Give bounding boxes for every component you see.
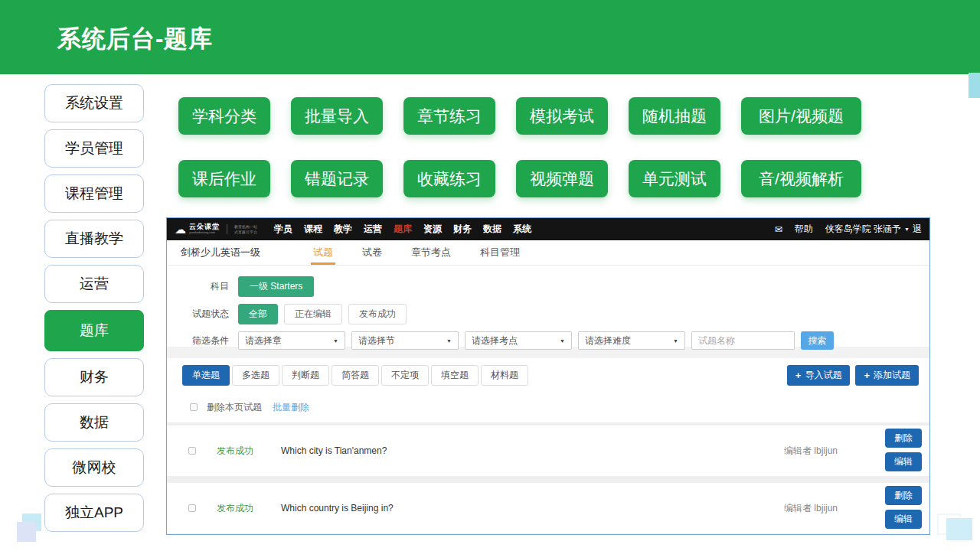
account-menu[interactable]: 侠客岛学院 张涵予 ▼ 退 bbox=[825, 223, 922, 236]
nav-item-teaching[interactable]: 教学 bbox=[334, 223, 352, 236]
qtype-short-answer[interactable]: 简答题 bbox=[332, 365, 379, 386]
nav-item-operations[interactable]: 运营 bbox=[364, 223, 382, 236]
sidebar-item-live-teaching[interactable]: 直播教学 bbox=[44, 220, 144, 258]
nav-item-students[interactable]: 学员 bbox=[274, 223, 292, 236]
delete-page-label[interactable]: 删除本页试题 bbox=[207, 401, 262, 414]
select-all-checkbox[interactable] bbox=[190, 403, 198, 411]
nav-item-finance[interactable]: 财务 bbox=[453, 223, 472, 236]
status-filter-all[interactable]: 全部 bbox=[238, 304, 278, 324]
question-type-bar: 单选题 多选题 判断题 简答题 不定项 填空题 材料题 + 导入试题 + 添加试… bbox=[167, 358, 929, 392]
import-questions-button[interactable]: + 导入试题 bbox=[787, 365, 851, 386]
batch-delete-link[interactable]: 批量删除 bbox=[273, 401, 309, 414]
nav-item-data[interactable]: 数据 bbox=[483, 223, 501, 236]
feature-grid: 学科分类 批量导入 章节练习 模拟考试 随机抽题 图片/视频题 课后作业 错题记… bbox=[178, 97, 861, 223]
bulk-action-row: 删除本页试题 批量删除 bbox=[167, 392, 929, 422]
row-checkbox[interactable] bbox=[188, 447, 196, 455]
section-select[interactable]: 请选择节 ▼ bbox=[351, 331, 459, 350]
sidebar-item-micro-school[interactable]: 微网校 bbox=[44, 448, 144, 487]
feature-mock-exam[interactable]: 模拟考试 bbox=[516, 97, 608, 135]
tab-chapter-points[interactable]: 章节考点 bbox=[409, 240, 453, 265]
mail-icon[interactable]: ✉ bbox=[775, 224, 782, 235]
feature-video-popup-questions[interactable]: 视频弹题 bbox=[516, 160, 608, 197]
add-question-button[interactable]: + 添加试题 bbox=[855, 365, 919, 386]
decor-square-top-right bbox=[969, 73, 980, 98]
sidebar-item-operations[interactable]: 运营 bbox=[44, 265, 144, 303]
tab-questions[interactable]: 试题 bbox=[311, 240, 335, 265]
admin-top-nav: ☁ 云朵课堂 yunduoketang.com 教育机构一站 式直播云平台 学员… bbox=[167, 218, 929, 240]
plus-icon: + bbox=[795, 370, 802, 381]
feature-audio-video-analysis[interactable]: 音/视频解析 bbox=[741, 160, 861, 197]
feature-favorite-practice[interactable]: 收藏练习 bbox=[403, 160, 495, 197]
difficulty-select[interactable]: 请选择难度 ▼ bbox=[578, 331, 685, 350]
sidebar-item-question-bank[interactable]: 题库 bbox=[44, 310, 144, 351]
qtype-multi-choice[interactable]: 多选题 bbox=[232, 365, 279, 386]
chevron-down-icon: ▼ bbox=[673, 338, 678, 344]
search-button[interactable]: 搜索 bbox=[801, 331, 834, 350]
status-filter-editing[interactable]: 正在编辑 bbox=[284, 304, 342, 324]
nav-item-system[interactable]: 系统 bbox=[513, 223, 531, 236]
sidebar-item-finance[interactable]: 财务 bbox=[44, 358, 144, 396]
sidebar-item-data[interactable]: 数据 bbox=[44, 403, 144, 442]
feature-row-1: 学科分类 批量导入 章节练习 模拟考试 随机抽题 图片/视频题 bbox=[178, 97, 861, 135]
subject-label: 科目 bbox=[167, 280, 229, 293]
decor-square-bottom-left-lavender bbox=[17, 522, 36, 542]
tab-papers[interactable]: 试卷 bbox=[360, 240, 384, 265]
tab-subject-management[interactable]: 科目管理 bbox=[478, 240, 522, 265]
help-link[interactable]: 帮助 bbox=[795, 223, 813, 236]
status-filter-published[interactable]: 发布成功 bbox=[348, 304, 407, 324]
qtype-fill-blank[interactable]: 填空题 bbox=[431, 365, 479, 386]
page-title: 系统后台-题库 bbox=[57, 23, 213, 55]
nav-item-resources[interactable]: 资源 bbox=[423, 223, 442, 236]
chevron-down-icon: ▼ bbox=[446, 338, 452, 344]
plus-icon: + bbox=[864, 370, 870, 381]
nav-item-courses[interactable]: 课程 bbox=[304, 223, 322, 236]
question-name-input[interactable] bbox=[691, 331, 795, 350]
feature-homework[interactable]: 课后作业 bbox=[178, 160, 270, 197]
brand-logo: ☁ 云朵课堂 yunduoketang.com 教育机构一站 式直播云平台 bbox=[175, 223, 257, 235]
delete-button[interactable]: 删除 bbox=[885, 429, 922, 448]
feature-chapter-practice[interactable]: 章节练习 bbox=[403, 97, 495, 135]
exam-point-select[interactable]: 请选择考点 ▼ bbox=[465, 331, 572, 350]
sidebar-item-system-settings[interactable]: 系统设置 bbox=[44, 84, 144, 122]
course-tabbar: 剑桥少儿英语一级 试题 试卷 章节考点 科目管理 bbox=[167, 240, 929, 266]
feature-wrong-question-record[interactable]: 错题记录 bbox=[291, 160, 383, 197]
course-name: 剑桥少儿英语一级 bbox=[181, 246, 311, 259]
feature-image-video-questions[interactable]: 图片/视频题 bbox=[741, 97, 861, 135]
row-checkbox[interactable] bbox=[188, 504, 196, 512]
nav-item-question-bank[interactable]: 题库 bbox=[394, 223, 412, 236]
sidebar: 系统设置 学员管理 课程管理 直播教学 运营 题库 财务 数据 微网校 独立AP… bbox=[44, 84, 144, 539]
qtype-material[interactable]: 材料题 bbox=[481, 365, 528, 386]
chapter-select[interactable]: 请选择章 ▼ bbox=[238, 331, 345, 350]
edit-button[interactable]: 编辑 bbox=[885, 510, 922, 529]
feature-unit-test[interactable]: 单元测试 bbox=[629, 160, 720, 197]
chevron-down-icon: ▼ bbox=[333, 338, 338, 344]
edit-button[interactable]: 编辑 bbox=[885, 452, 922, 471]
brand-tagline: 教育机构一站 式直播云平台 bbox=[234, 224, 257, 234]
question-row: 发布成功 Which country is Beijing in? 编辑者 lb… bbox=[167, 483, 929, 533]
qtype-single-choice[interactable]: 单选题 bbox=[182, 365, 230, 386]
account-name: 侠客岛学院 张涵予 bbox=[825, 223, 901, 236]
delete-button[interactable]: 删除 bbox=[885, 486, 922, 505]
sidebar-item-student-management[interactable]: 学员管理 bbox=[44, 129, 144, 168]
qtype-indefinite[interactable]: 不定项 bbox=[381, 365, 429, 386]
question-row: 发布成功 Which city is Tian'anmen? 编辑者 lbjij… bbox=[167, 425, 929, 476]
editor-label: 编辑者 lbjijun bbox=[769, 445, 853, 458]
subject-tag[interactable]: 一级 Starters bbox=[238, 276, 314, 297]
chevron-down-icon: ▼ bbox=[560, 338, 565, 344]
filter-panel: 科目 一级 Starters 试题状态 全部 正在编辑 发布成功 筛选条件 请选… bbox=[167, 266, 929, 347]
page-header: 系统后台-题库 bbox=[0, 0, 980, 74]
status-badge: 发布成功 bbox=[217, 502, 261, 515]
condition-label: 筛选条件 bbox=[167, 334, 229, 347]
question-text: Which country is Beijing in? bbox=[281, 503, 394, 514]
status-label: 试题状态 bbox=[167, 308, 229, 321]
editor-label: 编辑者 lbjijun bbox=[769, 502, 853, 515]
qtype-true-false[interactable]: 判断题 bbox=[282, 365, 329, 386]
feature-random-draw[interactable]: 随机抽题 bbox=[629, 97, 720, 135]
sidebar-item-standalone-app[interactable]: 独立APP bbox=[44, 494, 144, 532]
logout-link[interactable]: 退 bbox=[913, 223, 922, 236]
cloud-icon: ☁ bbox=[175, 223, 186, 235]
feature-batch-import[interactable]: 批量导入 bbox=[291, 97, 383, 135]
brand-url: yunduoketang.com bbox=[189, 231, 220, 234]
feature-subject-classification[interactable]: 学科分类 bbox=[178, 97, 270, 135]
sidebar-item-course-management[interactable]: 课程管理 bbox=[44, 174, 144, 213]
